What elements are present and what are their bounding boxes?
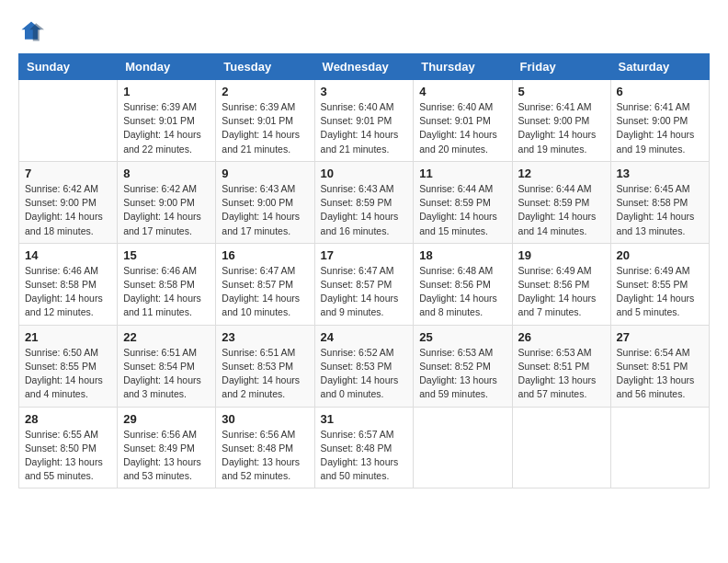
day-header-thursday: Thursday [414,54,512,80]
day-info: Sunrise: 6:57 AM Sunset: 8:48 PM Dayligh… [321,428,408,484]
calendar-cell: 18Sunrise: 6:48 AM Sunset: 8:56 PM Dayli… [414,243,512,325]
calendar-cell [19,80,118,162]
day-info: Sunrise: 6:43 AM Sunset: 8:59 PM Dayligh… [321,182,408,238]
day-info: Sunrise: 6:50 AM Sunset: 8:55 PM Dayligh… [25,346,111,402]
day-info: Sunrise: 6:40 AM Sunset: 9:01 PM Dayligh… [321,100,408,156]
logo [18,18,48,44]
calendar-week-3: 14Sunrise: 6:46 AM Sunset: 8:58 PM Dayli… [19,243,710,325]
day-info: Sunrise: 6:53 AM Sunset: 8:51 PM Dayligh… [518,346,605,402]
day-info: Sunrise: 6:49 AM Sunset: 8:55 PM Dayligh… [617,264,703,320]
day-info: Sunrise: 6:47 AM Sunset: 8:57 PM Dayligh… [321,264,408,320]
calendar-cell [512,407,610,488]
day-number: 12 [518,167,605,180]
day-number: 26 [518,330,605,344]
day-info: Sunrise: 6:54 AM Sunset: 8:51 PM Dayligh… [617,346,703,402]
calendar-cell: 31Sunrise: 6:57 AM Sunset: 8:48 PM Dayli… [314,407,414,488]
day-number: 22 [123,330,210,344]
day-info: Sunrise: 6:56 AM Sunset: 8:48 PM Dayligh… [222,428,308,484]
day-info: Sunrise: 6:56 AM Sunset: 8:49 PM Dayligh… [123,428,210,484]
calendar-cell: 11Sunrise: 6:44 AM Sunset: 8:59 PM Dayli… [414,161,512,243]
day-number: 21 [25,330,111,344]
calendar-cell: 3Sunrise: 6:40 AM Sunset: 9:01 PM Daylig… [314,80,414,162]
day-info: Sunrise: 6:51 AM Sunset: 8:54 PM Dayligh… [123,346,210,402]
calendar-cell: 29Sunrise: 6:56 AM Sunset: 8:49 PM Dayli… [118,407,216,488]
day-info: Sunrise: 6:39 AM Sunset: 9:01 PM Dayligh… [123,100,210,156]
day-number: 30 [222,412,308,426]
calendar-cell: 14Sunrise: 6:46 AM Sunset: 8:58 PM Dayli… [19,243,118,325]
day-number: 8 [123,167,210,180]
day-info: Sunrise: 6:55 AM Sunset: 8:50 PM Dayligh… [25,428,111,484]
day-number: 4 [419,85,506,98]
day-number: 24 [321,330,408,344]
day-number: 23 [222,330,308,344]
day-number: 5 [518,85,605,98]
day-number: 16 [222,248,308,262]
day-number: 11 [419,167,506,180]
day-number: 9 [222,167,308,180]
calendar-cell: 19Sunrise: 6:49 AM Sunset: 8:56 PM Dayli… [512,243,610,325]
day-number: 6 [617,85,703,98]
day-number: 7 [25,167,111,180]
calendar-cell: 30Sunrise: 6:56 AM Sunset: 8:48 PM Dayli… [216,407,314,488]
calendar-cell: 8Sunrise: 6:42 AM Sunset: 9:00 PM Daylig… [118,161,216,243]
day-header-sunday: Sunday [19,54,118,80]
day-info: Sunrise: 6:49 AM Sunset: 8:56 PM Dayligh… [518,264,605,320]
day-info: Sunrise: 6:47 AM Sunset: 8:57 PM Dayligh… [222,264,308,320]
calendar-cell: 2Sunrise: 6:39 AM Sunset: 9:01 PM Daylig… [216,80,314,162]
day-info: Sunrise: 6:48 AM Sunset: 8:56 PM Dayligh… [419,264,506,320]
calendar-cell: 23Sunrise: 6:51 AM Sunset: 8:53 PM Dayli… [216,325,314,407]
calendar-cell: 22Sunrise: 6:51 AM Sunset: 8:54 PM Dayli… [118,325,216,407]
day-number: 27 [617,330,703,344]
day-number: 25 [419,330,506,344]
day-header-wednesday: Wednesday [314,54,414,80]
logo-icon [18,18,44,44]
calendar-cell: 27Sunrise: 6:54 AM Sunset: 8:51 PM Dayli… [610,325,709,407]
calendar-cell: 15Sunrise: 6:46 AM Sunset: 8:58 PM Dayli… [118,243,216,325]
calendar-week-2: 7Sunrise: 6:42 AM Sunset: 9:00 PM Daylig… [19,161,710,243]
calendar-cell: 4Sunrise: 6:40 AM Sunset: 9:01 PM Daylig… [414,80,512,162]
day-number: 2 [222,85,308,98]
day-number: 18 [419,248,506,262]
day-info: Sunrise: 6:41 AM Sunset: 9:00 PM Dayligh… [518,100,605,156]
day-info: Sunrise: 6:51 AM Sunset: 8:53 PM Dayligh… [222,346,308,402]
page-header [18,18,710,44]
calendar-cell: 24Sunrise: 6:52 AM Sunset: 8:53 PM Dayli… [314,325,414,407]
calendar-cell: 26Sunrise: 6:53 AM Sunset: 8:51 PM Dayli… [512,325,610,407]
calendar-cell: 1Sunrise: 6:39 AM Sunset: 9:01 PM Daylig… [118,80,216,162]
day-number: 15 [123,248,210,262]
calendar-cell: 25Sunrise: 6:53 AM Sunset: 8:52 PM Dayli… [414,325,512,407]
day-info: Sunrise: 6:45 AM Sunset: 8:58 PM Dayligh… [617,182,703,238]
calendar-cell [610,407,709,488]
day-info: Sunrise: 6:46 AM Sunset: 8:58 PM Dayligh… [123,264,210,320]
day-number: 1 [123,85,210,98]
day-number: 28 [25,412,111,426]
day-header-monday: Monday [118,54,216,80]
day-number: 13 [617,167,703,180]
day-header-tuesday: Tuesday [216,54,314,80]
calendar-cell: 28Sunrise: 6:55 AM Sunset: 8:50 PM Dayli… [19,407,118,488]
calendar-table: SundayMondayTuesdayWednesdayThursdayFrid… [18,53,710,488]
day-info: Sunrise: 6:40 AM Sunset: 9:01 PM Dayligh… [419,100,506,156]
day-info: Sunrise: 6:52 AM Sunset: 8:53 PM Dayligh… [321,346,408,402]
day-number: 19 [518,248,605,262]
calendar-week-1: 1Sunrise: 6:39 AM Sunset: 9:01 PM Daylig… [19,80,710,162]
day-info: Sunrise: 6:42 AM Sunset: 9:00 PM Dayligh… [123,182,210,238]
day-info: Sunrise: 6:53 AM Sunset: 8:52 PM Dayligh… [419,346,506,402]
calendar-cell: 10Sunrise: 6:43 AM Sunset: 8:59 PM Dayli… [314,161,414,243]
calendar-cell: 9Sunrise: 6:43 AM Sunset: 9:00 PM Daylig… [216,161,314,243]
calendar-cell: 17Sunrise: 6:47 AM Sunset: 8:57 PM Dayli… [314,243,414,325]
calendar-week-4: 21Sunrise: 6:50 AM Sunset: 8:55 PM Dayli… [19,325,710,407]
calendar-cell: 20Sunrise: 6:49 AM Sunset: 8:55 PM Dayli… [610,243,709,325]
day-info: Sunrise: 6:43 AM Sunset: 9:00 PM Dayligh… [222,182,308,238]
calendar-week-5: 28Sunrise: 6:55 AM Sunset: 8:50 PM Dayli… [19,407,710,488]
day-number: 14 [25,248,111,262]
calendar-cell: 7Sunrise: 6:42 AM Sunset: 9:00 PM Daylig… [19,161,118,243]
day-number: 3 [321,85,408,98]
calendar-cell: 21Sunrise: 6:50 AM Sunset: 8:55 PM Dayli… [19,325,118,407]
day-info: Sunrise: 6:44 AM Sunset: 8:59 PM Dayligh… [419,182,506,238]
day-number: 17 [321,248,408,262]
calendar-cell: 6Sunrise: 6:41 AM Sunset: 9:00 PM Daylig… [610,80,709,162]
day-number: 31 [321,412,408,426]
calendar-body: 1Sunrise: 6:39 AM Sunset: 9:01 PM Daylig… [19,80,710,488]
day-info: Sunrise: 6:44 AM Sunset: 8:59 PM Dayligh… [518,182,605,238]
